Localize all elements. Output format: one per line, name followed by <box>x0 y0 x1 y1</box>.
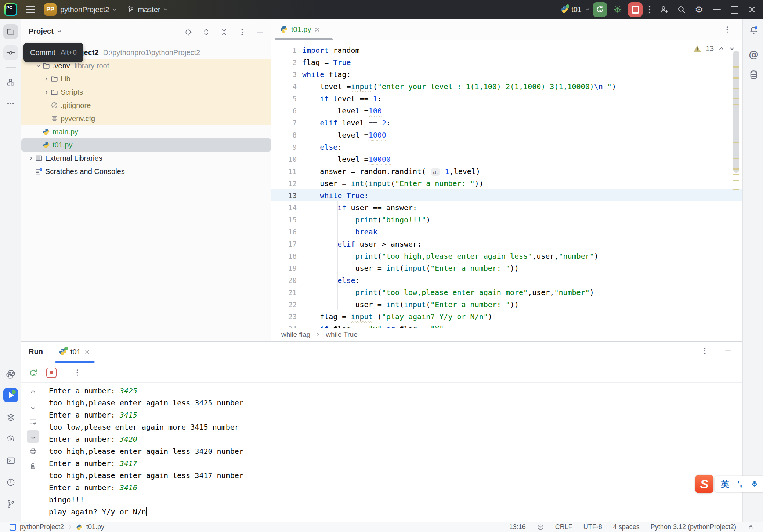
more-toolwindows-icon[interactable] <box>3 96 18 111</box>
status-project[interactable]: pythonProject2 <box>20 523 64 531</box>
tree-row-lib[interactable]: Lib <box>21 72 271 85</box>
git-branch-selector[interactable]: master <box>127 6 168 14</box>
problems-toolwindow-button[interactable] <box>3 475 18 489</box>
console-output[interactable]: Enter a number: 3425too high,please ente… <box>49 385 673 518</box>
project-widget-icon[interactable] <box>10 524 16 531</box>
print-icon[interactable] <box>28 447 38 456</box>
line-number[interactable]: 15 <box>271 216 302 224</box>
tree-row-scratches-and-consoles[interactable]: Scratches and Consoles <box>21 165 271 178</box>
code-line-9[interactable]: 9 else: <box>271 141 742 153</box>
line-number[interactable]: 16 <box>271 228 302 236</box>
code-line-2[interactable]: 2flag = True <box>271 56 742 68</box>
line-number[interactable]: 22 <box>271 300 302 309</box>
locate-file-icon[interactable] <box>184 28 192 36</box>
chevron-right-icon[interactable] <box>42 89 51 95</box>
notifications-button[interactable] <box>749 26 759 36</box>
project-selector[interactable]: pythonProject2 <box>60 6 117 14</box>
main-menu-icon[interactable] <box>26 6 35 13</box>
clear-console-icon[interactable] <box>28 461 38 471</box>
project-avatar[interactable]: PP <box>44 3 57 16</box>
chevron-right-icon[interactable] <box>42 76 51 82</box>
line-number[interactable]: 10 <box>271 155 302 163</box>
hide-run-panel-icon[interactable] <box>724 347 732 355</box>
code-line-8[interactable]: 8 level =1000 <box>271 129 742 141</box>
line-separator[interactable]: CRLF <box>555 523 572 531</box>
window-minimize-button[interactable] <box>709 2 724 17</box>
run-toolbar-more-icon[interactable] <box>73 368 82 377</box>
tree-row-main.py[interactable]: main.py <box>21 125 271 138</box>
line-number[interactable]: 4 <box>271 83 302 91</box>
run-anything-button[interactable] <box>3 431 18 446</box>
down-stacktrace-icon[interactable] <box>28 402 38 412</box>
line-number[interactable]: 6 <box>271 107 302 115</box>
line-number[interactable]: 1 <box>271 46 302 54</box>
project-view-selector[interactable]: Project <box>29 27 62 36</box>
line-number[interactable]: 9 <box>271 143 302 151</box>
code-line-10[interactable]: 10 level =10000 <box>271 153 742 165</box>
line-number[interactable]: 2 <box>271 58 302 66</box>
code-line-23[interactable]: 23 flag = input ("play again? Y/y or N/n… <box>271 310 742 323</box>
code-with-me-icon[interactable] <box>657 2 671 17</box>
code-line-7[interactable]: 7 elif level == 2: <box>271 117 742 129</box>
code-line-4[interactable]: 4 level =input("enter your level : 1(1,1… <box>271 80 742 92</box>
inspections-widget[interactable]: 13 <box>693 44 735 53</box>
editor-tab-t01[interactable]: t01.py <box>275 19 325 40</box>
rerun-icon[interactable] <box>29 368 38 378</box>
breadcrumb-while-flag[interactable]: while flag <box>281 331 310 339</box>
run-panel-title[interactable]: Run <box>29 347 43 356</box>
more-options-icon[interactable] <box>646 5 654 14</box>
line-number[interactable]: 5 <box>271 95 302 103</box>
line-number[interactable]: 8 <box>271 131 302 139</box>
code-line-11[interactable]: 11 answer = random.randint( a: 1,level) <box>271 165 742 177</box>
code-line-24[interactable]: 24 if flag == "y" or flag =="Y": <box>271 323 742 328</box>
chevron-right-icon[interactable] <box>26 155 35 161</box>
structure-toolwindow-button[interactable] <box>3 75 18 90</box>
status-file[interactable]: t01.py <box>86 523 104 531</box>
highlighting-level-icon[interactable] <box>537 524 544 531</box>
commit-toolwindow-button[interactable] <box>3 45 18 60</box>
run-panel-options-icon[interactable] <box>701 347 709 355</box>
run-toolwindow-button[interactable] <box>3 388 18 402</box>
warning-stripe-mark[interactable] <box>733 66 739 68</box>
ai-assistant-button[interactable]: @ <box>749 48 759 60</box>
services-toolwindow-button[interactable] <box>3 410 18 424</box>
code-line-13[interactable]: 13 while True: <box>271 189 742 201</box>
warning-stripe-mark[interactable] <box>733 104 739 105</box>
scroll-to-end-icon[interactable] <box>27 430 39 443</box>
editor-scrollbar[interactable] <box>733 51 739 173</box>
tree-row-t01.py[interactable]: t01.py <box>21 138 271 152</box>
run-tab-t01[interactable]: t01 <box>54 342 94 362</box>
chevron-down-icon[interactable] <box>34 63 43 69</box>
unlocked-icon[interactable] <box>747 524 754 531</box>
warning-stripe-mark[interactable] <box>733 88 739 89</box>
warning-stripe-mark[interactable] <box>733 77 739 79</box>
code-line-17[interactable]: 17 elif user > answer: <box>271 238 742 250</box>
code-line-16[interactable]: 16 break <box>271 226 742 238</box>
code-line-12[interactable]: 12 user = int(input("Enter a number: ")) <box>271 177 742 189</box>
window-maximize-button[interactable] <box>727 2 742 17</box>
window-close-button[interactable] <box>745 2 759 17</box>
tree-row-scripts[interactable]: Scripts <box>21 85 271 99</box>
sogou-logo-icon[interactable]: S <box>695 475 713 493</box>
project-toolwindow-button[interactable] <box>3 24 18 39</box>
code-line-3[interactable]: 3while flag: <box>271 68 742 80</box>
line-number[interactable]: 12 <box>271 179 302 187</box>
collapse-all-icon[interactable] <box>220 28 228 36</box>
hide-panel-icon[interactable] <box>256 28 264 36</box>
code-line-15[interactable]: 15 print("bingo!!!") <box>271 214 742 226</box>
close-tab-icon[interactable] <box>314 27 320 32</box>
line-number[interactable]: 18 <box>271 252 302 260</box>
indent-style[interactable]: 4 spaces <box>613 523 640 531</box>
warning-stripe-mark[interactable] <box>733 180 739 181</box>
line-number[interactable]: 13 <box>271 192 302 200</box>
code-line-20[interactable]: 20 else: <box>271 274 742 286</box>
tree-row-pyvenv.cfg[interactable]: pyvenv.cfg <box>21 112 271 125</box>
line-number[interactable]: 24 <box>271 325 302 328</box>
ime-language-toggle[interactable]: 英 <box>721 478 729 490</box>
up-stacktrace-icon[interactable] <box>28 388 38 397</box>
run-config-selector[interactable]: t01 <box>560 6 590 14</box>
file-encoding[interactable]: UTF-8 <box>583 523 602 531</box>
stop-button[interactable] <box>628 2 643 17</box>
code-line-19[interactable]: 19 user = int(input("Enter a number: ")) <box>271 262 742 274</box>
stop-process-icon[interactable] <box>46 368 57 378</box>
